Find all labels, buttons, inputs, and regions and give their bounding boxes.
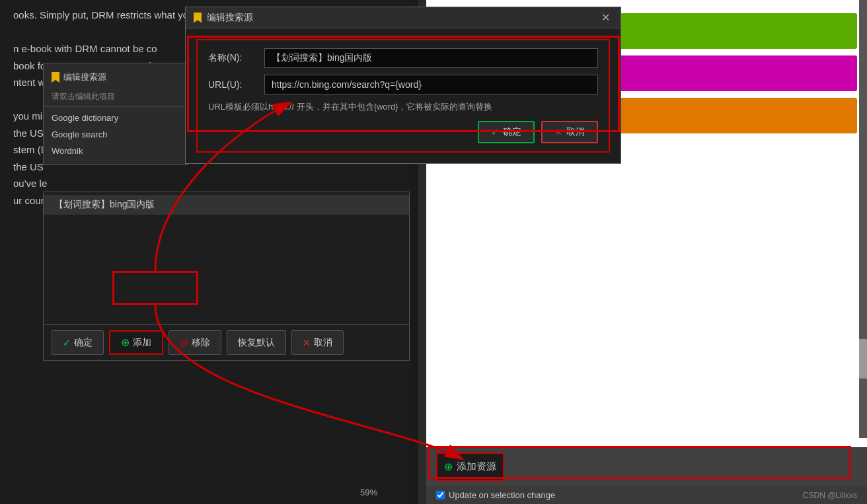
sidebar-item-label-2: Wordnik xyxy=(52,146,83,156)
url-field-row: URL(U): xyxy=(208,75,598,94)
src-remove-label: 移除 xyxy=(192,337,210,349)
dialog-buttons: ✓ 确定 ✕ 取消 xyxy=(208,121,598,143)
src-crossmark-icon: ✕ xyxy=(303,338,311,348)
src-confirm-label: 确定 xyxy=(74,337,93,349)
url-field-label: URL(U): xyxy=(208,79,258,90)
source-add-button[interactable]: ⊕ 添加 xyxy=(109,330,163,355)
dialog-cancel-button[interactable]: ✕ 取消 xyxy=(541,121,598,143)
add-resource-button[interactable]: ⊕ 添加资源 xyxy=(436,452,504,481)
src-restore-label: 恢复默认 xyxy=(238,337,275,349)
sidebar-item-wordnik[interactable]: Wordnik xyxy=(44,143,188,159)
sidebar-hint: 请双击编辑此项目 xyxy=(44,89,188,107)
csdn-label: CSDN @Lilixxs xyxy=(803,491,857,500)
edit-dialog-body: 名称(N): URL(U): URL模板必须以https:// 开头，并在其中包… xyxy=(196,39,610,153)
source-list: 【划词搜索】bing国内版 xyxy=(44,192,409,324)
source-restore-button[interactable]: 恢复默认 xyxy=(227,330,286,355)
bookmark-icon xyxy=(52,72,59,83)
edit-dialog-close-button[interactable]: ✕ xyxy=(599,11,613,24)
edit-dialog: 编辑搜索源 ✕ 名称(N): URL(U): URL模板必须以https:// … xyxy=(185,7,621,164)
ebook-text-line8: the US xyxy=(13,161,44,172)
cancel-label: 取消 xyxy=(566,126,585,138)
sidebar-search-dialog: 编辑搜索源 请双击编辑此项目 Google dictionary Google … xyxy=(43,63,188,165)
crossmark-icon: ✕ xyxy=(554,127,562,137)
url-hint-text: URL模板必须以https:// 开头，并在其中包含{word}，它将被实际的查… xyxy=(208,101,598,113)
search-source-panel: 【划词搜索】bing国内版 ✓ 确定 ⊕ 添加 ⊖ 移除 恢复默认 ✕ 取消 xyxy=(43,192,410,361)
source-cancel-button[interactable]: ✕ 取消 xyxy=(291,330,344,355)
update-bar: Update on selection change CSDN @Lilixxs xyxy=(426,486,867,504)
scrollbar[interactable] xyxy=(859,0,867,438)
update-checkbox[interactable] xyxy=(436,491,445,499)
add-resource-label: 添加资源 xyxy=(457,460,496,473)
confirm-label: 确定 xyxy=(503,126,521,138)
dialog-confirm-button[interactable]: ✓ 确定 xyxy=(478,121,535,143)
source-item-label-0: 【划词搜索】bing国内版 xyxy=(54,199,155,209)
edit-dialog-title: 编辑搜索源 xyxy=(194,12,253,24)
src-cancel-label: 取消 xyxy=(314,337,332,349)
edit-dialog-titlebar: 编辑搜索源 ✕ xyxy=(186,7,621,28)
name-field-input[interactable] xyxy=(264,48,598,68)
url-field-input[interactable] xyxy=(264,75,598,94)
name-field-label: 名称(N): xyxy=(208,52,258,64)
name-field-row: 名称(N): xyxy=(208,48,598,68)
ebook-text-line2: n e-book with DRM cannot be co xyxy=(13,43,157,54)
src-add-label: 添加 xyxy=(133,337,151,349)
plus-icon: ⊕ xyxy=(444,460,453,473)
ebook-text-line9: ou've le xyxy=(13,178,47,189)
source-confirm-button[interactable]: ✓ 确定 xyxy=(52,330,104,355)
source-remove-button[interactable]: ⊖ 移除 xyxy=(169,330,221,355)
progress-value: 59% xyxy=(360,487,377,497)
source-bottom-bar: ✓ 确定 ⊕ 添加 ⊖ 移除 恢复默认 ✕ 取消 xyxy=(44,324,409,360)
edit-dialog-bookmark-icon xyxy=(194,13,202,23)
update-checkbox-label[interactable]: Update on selection change xyxy=(436,490,555,500)
sidebar-item-google-search[interactable]: Google search xyxy=(44,126,188,143)
sidebar-title-text: 编辑搜索源 xyxy=(63,71,106,83)
source-list-item-0[interactable]: 【划词搜索】bing国内版 xyxy=(44,195,409,215)
ebook-text-line10: ur coun xyxy=(13,195,46,206)
sidebar-item-google-dict[interactable]: Google dictionary xyxy=(44,110,188,126)
checkmark-icon: ✓ xyxy=(491,127,499,137)
update-label-text: Update on selection change xyxy=(449,490,555,500)
sidebar-item-label-1: Google search xyxy=(52,129,108,139)
sidebar-item-label-0: Google dictionary xyxy=(52,113,118,123)
edit-dialog-title-text: 编辑搜索源 xyxy=(207,12,253,24)
scroll-thumb[interactable] xyxy=(859,339,867,378)
src-checkmark-icon: ✓ xyxy=(63,338,71,348)
ebook-text-line6: the US xyxy=(13,127,44,139)
add-resource-footer: ⊕ 添加资源 xyxy=(426,447,867,486)
progress-indicator: 59% xyxy=(360,487,377,497)
src-minus-icon: ⊖ xyxy=(180,336,188,349)
sidebar-dialog-title: 编辑搜索源 xyxy=(44,69,188,89)
src-plus-icon: ⊕ xyxy=(121,336,130,349)
